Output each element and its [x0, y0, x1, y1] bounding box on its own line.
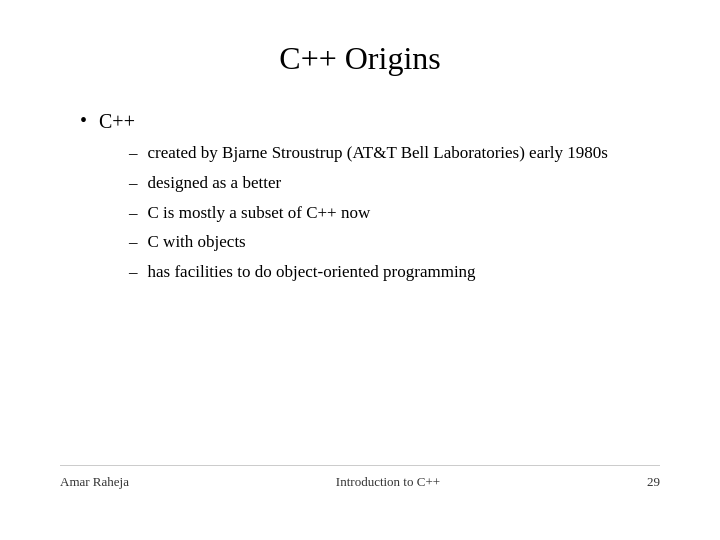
footer-title: Introduction to C++ [336, 474, 440, 490]
footer-author: Amar Raheja [60, 474, 129, 490]
sub-bullet-item-0: – created by Bjarne Stroustrup (AT&T Bel… [129, 141, 608, 165]
slide: C++ Origins • C++ – created by Bjarne St… [0, 0, 720, 540]
sub-bullet-text-1: designed as a better [148, 171, 282, 195]
sub-bullet-dash-0: – [129, 143, 138, 163]
sub-bullet-item-1: – designed as a better [129, 171, 608, 195]
sub-bullet-item-3: – C with objects [129, 230, 608, 254]
sub-bullet-dash-3: – [129, 232, 138, 252]
footer-page-number: 29 [647, 474, 660, 490]
sub-bullet-dash-2: – [129, 203, 138, 223]
sub-bullet-item-2: – C is mostly a subset of C++ now [129, 201, 608, 225]
sub-bullet-dash-1: – [129, 173, 138, 193]
sub-bullets-list: – created by Bjarne Stroustrup (AT&T Bel… [129, 141, 608, 284]
sub-bullet-dash-4: – [129, 262, 138, 282]
main-bullet: • C++ – created by Bjarne Stroustrup (AT… [80, 107, 660, 290]
sub-bullet-item-4: – has facilities to do object-oriented p… [129, 260, 608, 284]
slide-content: • C++ – created by Bjarne Stroustrup (AT… [60, 107, 660, 465]
sub-bullet-text-0: created by Bjarne Stroustrup (AT&T Bell … [148, 141, 608, 165]
slide-title: C++ Origins [60, 40, 660, 77]
sub-bullet-text-4: has facilities to do object-oriented pro… [148, 260, 476, 284]
slide-footer: Amar Raheja Introduction to C++ 29 [60, 465, 660, 490]
bullet-dot: • [80, 109, 87, 132]
sub-bullet-text-3: C with objects [148, 230, 246, 254]
sub-bullet-text-2: C is mostly a subset of C++ now [148, 201, 371, 225]
main-bullet-text: C++ [99, 110, 135, 132]
